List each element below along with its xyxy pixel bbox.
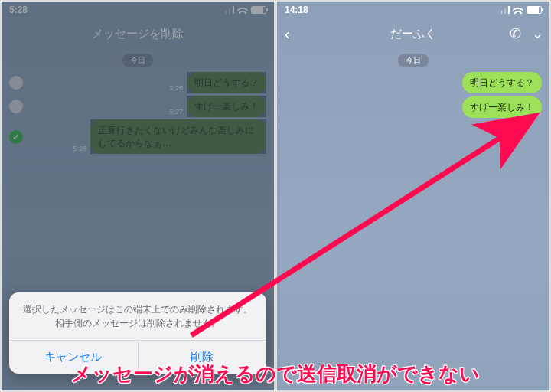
message-bubble: すげー楽しみ！	[462, 96, 542, 118]
message-row-1[interactable]: 5:26 明日どうする？	[9, 72, 266, 93]
status-icons	[223, 6, 266, 14]
message-bubble: 正直行きたくないけどみんな楽しみにしてるからなぁ…	[90, 119, 266, 153]
navbar: メッセージを削除	[2, 18, 274, 49]
statusbar: 14:18	[277, 2, 549, 18]
battery-icon	[527, 6, 542, 14]
phone-right: 14:18 ‹ だーふく ✆ ⌄ 今日 明日どうする？ すげー楽しみ！	[277, 2, 549, 390]
battery-icon	[251, 6, 266, 14]
nav-title: だーふく	[390, 27, 436, 41]
message-bubble: 明日どうする？	[187, 72, 266, 93]
status-icons	[499, 6, 542, 14]
sheet-message: 選択したメッセージはこの端末上でのみ削除されます。 相手側のメッセージは削除され…	[9, 292, 266, 340]
message-bubble: 明日どうする？	[462, 72, 542, 93]
back-button[interactable]: ‹	[285, 25, 290, 43]
select-radio-off[interactable]	[9, 100, 23, 113]
comparison-container: 5:28 メッセージを削除 今日 5:26 明日どうする？ 5:	[0, 0, 551, 392]
select-radio-off[interactable]	[9, 76, 23, 90]
message-bubble: すげー楽しみ！	[187, 96, 266, 117]
message-row-2[interactable]: すげー楽しみ！	[285, 96, 542, 118]
status-time: 5:28	[9, 5, 28, 15]
message-time: 5:27	[169, 108, 183, 116]
select-radio-on[interactable]: ✓	[9, 130, 23, 144]
date-pill: 今日	[122, 54, 153, 67]
message-row-1[interactable]: 明日どうする？	[285, 72, 542, 93]
date-pill: 今日	[398, 54, 429, 67]
message-time: 5:26	[169, 84, 183, 92]
message-list: 5:26 明日どうする？ 5:27 すげー楽しみ！ ✓ 5:28 正直行きたくな…	[2, 72, 274, 154]
message-list: 明日どうする？ すげー楽しみ！	[277, 72, 549, 118]
status-time: 14:18	[285, 5, 308, 15]
message-time: 5:28	[73, 145, 86, 152]
statusbar: 5:28	[2, 2, 274, 18]
sheet-line2: 相手側のメッセージは削除されません。	[21, 317, 254, 331]
signal-icon	[223, 6, 234, 14]
message-row-3[interactable]: ✓ 5:28 正直行きたくないけどみんな楽しみにしてるからなぁ…	[9, 119, 266, 153]
navbar: ‹ だーふく ✆ ⌄	[277, 18, 549, 49]
nav-title: メッセージを削除	[92, 27, 184, 41]
caption-text: メッセージが消えるので送信取消ができない	[0, 354, 551, 392]
phone-left: 5:28 メッセージを削除 今日 5:26 明日どうする？ 5:	[2, 2, 274, 390]
signal-icon	[499, 6, 510, 14]
message-row-2[interactable]: 5:27 すげー楽しみ！	[9, 96, 266, 117]
call-icon[interactable]: ✆	[510, 25, 521, 42]
sheet-line1: 選択したメッセージはこの端末上でのみ削除されます。	[21, 303, 254, 317]
wifi-icon	[237, 6, 248, 14]
menu-icon[interactable]: ⌄	[532, 25, 543, 42]
wifi-icon	[513, 6, 523, 14]
